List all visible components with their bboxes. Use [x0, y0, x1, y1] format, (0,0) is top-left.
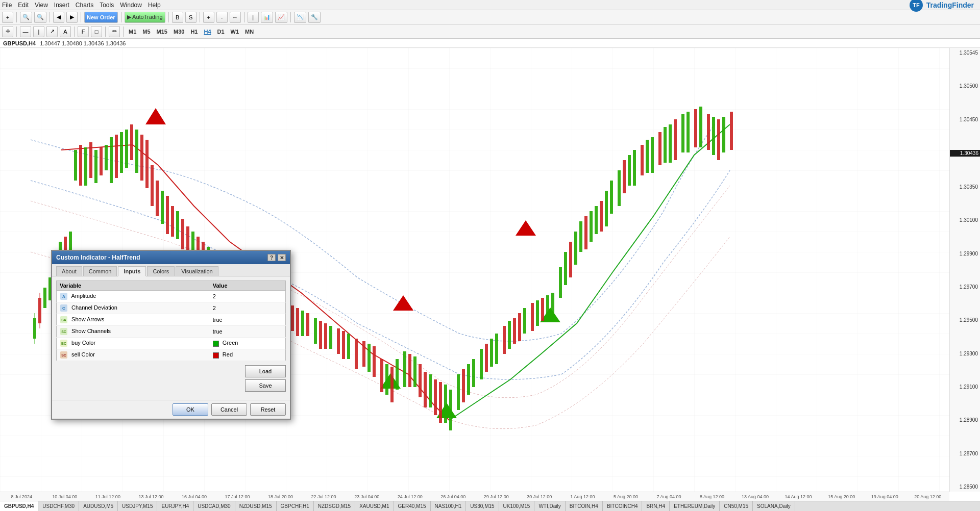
- tab-bitcoin-h4[interactable]: BITCOIN,H4: [566, 501, 603, 512]
- tab-gbpusd-h4[interactable]: GBPUSD,H4: [0, 501, 38, 512]
- tab-us30-m15[interactable]: US30,M15: [466, 501, 499, 512]
- tab-usdcad-m30[interactable]: USDCAD,M30: [193, 501, 235, 512]
- tab-colors[interactable]: Colors: [147, 266, 175, 276]
- tab-visualization[interactable]: Visualization: [176, 266, 218, 276]
- tf-m5[interactable]: M5: [140, 28, 152, 35]
- zoom-in-btn[interactable]: 🔍: [20, 12, 32, 23]
- rect-btn[interactable]: □: [91, 26, 102, 37]
- svg-rect-86: [434, 379, 437, 415]
- svg-marker-7: [380, 373, 401, 389]
- period-sep-btn[interactable]: |: [248, 12, 259, 23]
- text-btn[interactable]: A: [60, 26, 71, 37]
- dialog-help-btn[interactable]: ?: [267, 254, 276, 261]
- new-chart-btn[interactable]: +: [2, 12, 13, 23]
- dialog-close-btn[interactable]: ✕: [278, 254, 286, 261]
- row-icon-channel: C: [60, 304, 68, 312]
- tab-inputs[interactable]: Inputs: [118, 266, 146, 276]
- tab-uk100-m15[interactable]: UK100,M15: [499, 501, 535, 512]
- tab-common[interactable]: Common: [83, 266, 117, 276]
- sep-t2-1: [16, 27, 17, 37]
- value-buy-color[interactable]: Green: [210, 338, 286, 349]
- tf-m1[interactable]: M1: [127, 28, 138, 35]
- chart-zoom-in[interactable]: +: [203, 12, 214, 23]
- tab-about[interactable]: About: [56, 266, 82, 276]
- svg-rect-83: [419, 364, 422, 397]
- ok-button[interactable]: OK: [173, 403, 208, 416]
- value-sell-color[interactable]: Red: [210, 349, 286, 361]
- tf-mn[interactable]: MN: [243, 28, 256, 35]
- time-3: 11 Jul 12:00: [86, 494, 130, 499]
- tab-bitcoinch4[interactable]: BITCOINCH4: [603, 501, 643, 512]
- dialog-content: Variable Value A Amplitude 2: [52, 276, 290, 398]
- tf-m15[interactable]: M15: [155, 28, 169, 35]
- sell-btn[interactable]: S: [185, 12, 197, 23]
- menu-help[interactable]: Help: [148, 2, 161, 9]
- forward-btn[interactable]: ▶: [66, 12, 78, 23]
- autotrading-btn[interactable]: ▶ AutoTrading: [125, 12, 165, 23]
- menu-view[interactable]: View: [35, 2, 48, 9]
- reset-button[interactable]: Reset: [250, 403, 286, 416]
- tab-ger40-m15[interactable]: GER40,M15: [394, 501, 431, 512]
- price-10: 1.29100: [950, 384, 980, 390]
- buy-btn[interactable]: B: [172, 12, 183, 23]
- value-show-channels[interactable]: true: [210, 326, 286, 338]
- line-btn[interactable]: 📈: [275, 12, 287, 23]
- tf-m30[interactable]: M30: [172, 28, 186, 35]
- tab-nzdusd-m15[interactable]: NZDUSD,M15: [235, 501, 277, 512]
- save-button[interactable]: Save: [245, 379, 286, 392]
- draw-btn[interactable]: ✏: [109, 26, 120, 37]
- candle-btn[interactable]: 📊: [261, 12, 273, 23]
- dialog-titlebar[interactable]: Custom Indicator - HalfTrend ? ✕: [52, 251, 290, 264]
- tf-d1[interactable]: D1: [215, 28, 227, 35]
- tf-w1[interactable]: W1: [229, 28, 241, 35]
- price-13: 1.28500: [950, 484, 980, 490]
- value-amplitude[interactable]: 2: [210, 291, 286, 302]
- tab-brn-h4[interactable]: BRN,H4: [642, 501, 670, 512]
- tab-wti-daily[interactable]: WTI,Daily: [534, 501, 565, 512]
- tab-xauusd-m1[interactable]: XAUUSD,M1: [355, 501, 394, 512]
- svg-rect-88: [444, 385, 447, 423]
- tf-h4[interactable]: H4: [202, 28, 213, 35]
- tab-ethereum-daily[interactable]: ETHEREUM,Daily: [670, 501, 720, 512]
- tab-cn50-m15[interactable]: CN50,M15: [720, 501, 753, 512]
- cancel-button[interactable]: Cancel: [211, 403, 247, 416]
- menu-insert[interactable]: Insert: [54, 2, 69, 9]
- value-channel-deviation[interactable]: 2: [210, 302, 286, 314]
- menu-charts[interactable]: Charts: [76, 2, 93, 9]
- crosshair-btn[interactable]: ✛: [2, 26, 13, 37]
- tab-gbpchf-h1[interactable]: GBPCHF,H1: [277, 501, 314, 512]
- svg-text:C: C: [62, 306, 65, 311]
- value-show-arrows[interactable]: true: [210, 314, 286, 326]
- price-9: 1.29300: [950, 351, 980, 356]
- menu-file[interactable]: File: [2, 2, 12, 9]
- time-6: 17 Jul 12:00: [216, 494, 259, 499]
- zoom-out-btn[interactable]: 🔍: [34, 12, 46, 23]
- tab-audusd-m5[interactable]: AUDUSD,M5: [79, 501, 118, 512]
- menu-edit[interactable]: Edit: [18, 2, 29, 9]
- tab-solana-daily[interactable]: SOLANA,Daily: [753, 501, 795, 512]
- sep-5: [168, 12, 169, 22]
- tab-usdjpy-m15[interactable]: USDJPY,M15: [118, 501, 157, 512]
- tab-usdchf-m30[interactable]: USDCHF,M30: [38, 501, 79, 512]
- new-order-btn[interactable]: New Order: [84, 12, 118, 23]
- chart-scroll[interactable]: ↔: [230, 12, 241, 23]
- tab-nas100-h1[interactable]: NAS100,H1: [431, 501, 467, 512]
- load-button[interactable]: Load: [245, 365, 286, 377]
- chart-zoom-out[interactable]: -: [216, 12, 228, 23]
- menu-bar: File Edit View Insert Charts Tools Windo…: [0, 0, 980, 10]
- hline-btn[interactable]: —: [20, 26, 31, 37]
- menu-window[interactable]: Window: [120, 2, 142, 9]
- tf-h1[interactable]: H1: [188, 28, 200, 35]
- menu-tools[interactable]: Tools: [100, 2, 114, 9]
- tab-nzdsgd-m15[interactable]: NZDSGD,M15: [314, 501, 355, 512]
- svg-rect-95: [485, 344, 488, 372]
- svg-rect-24: [100, 147, 103, 175]
- indicators-btn[interactable]: 📉: [294, 12, 306, 23]
- table-row: SA Show Arrows true: [57, 314, 286, 326]
- back-btn[interactable]: ◀: [53, 12, 64, 23]
- vline-btn[interactable]: |: [33, 26, 44, 37]
- fib-btn[interactable]: F: [78, 26, 89, 37]
- tab-eurjpy-h4[interactable]: EURJPY,H4: [157, 501, 193, 512]
- objects-btn[interactable]: 🔧: [308, 12, 321, 23]
- tline-btn[interactable]: ↗: [46, 26, 58, 37]
